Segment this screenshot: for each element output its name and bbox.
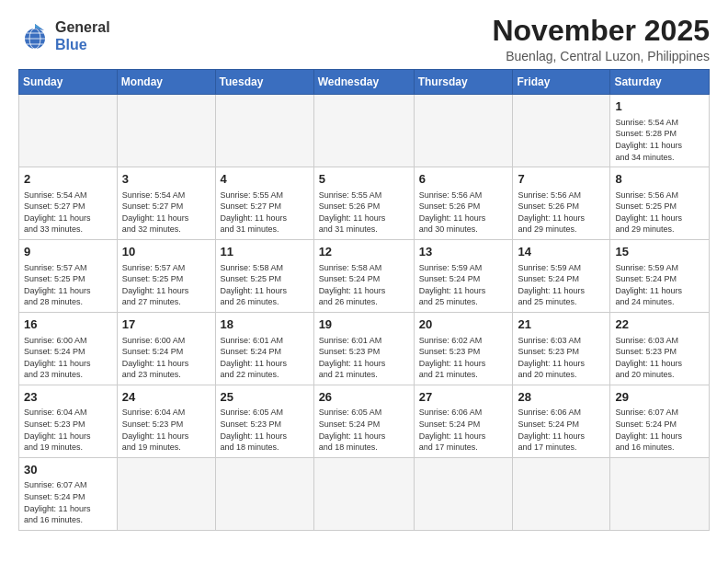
day-info: Sunrise: 5:56 AM Sunset: 5:26 PM Dayligh… (518, 190, 605, 236)
calendar-cell (215, 95, 313, 167)
day-number: 8 (615, 171, 704, 188)
weekday-header-thursday: Thursday (414, 70, 513, 95)
day-info: Sunrise: 5:58 AM Sunset: 5:25 PM Dayligh… (221, 262, 309, 308)
calendar-cell (414, 95, 513, 167)
day-number: 30 (24, 462, 112, 478)
day-info: Sunrise: 5:56 AM Sunset: 5:26 PM Dayligh… (419, 190, 508, 236)
calendar-cell: 18Sunrise: 6:01 AM Sunset: 5:24 PM Dayli… (215, 312, 313, 385)
day-number: 21 (518, 316, 605, 333)
calendar-cell: 3Sunrise: 5:54 AM Sunset: 5:27 PM Daylig… (117, 167, 215, 240)
day-number: 13 (419, 244, 508, 260)
month-title: November 2025 (492, 15, 710, 47)
day-number: 15 (615, 244, 704, 260)
calendar-week-row: 23Sunrise: 6:04 AM Sunset: 5:23 PM Dayli… (19, 385, 710, 457)
day-number: 28 (518, 389, 605, 406)
day-number: 24 (122, 389, 210, 406)
calendar-cell: 6Sunrise: 5:56 AM Sunset: 5:26 PM Daylig… (414, 167, 513, 240)
day-number: 18 (221, 316, 309, 333)
day-info: Sunrise: 6:01 AM Sunset: 5:24 PM Dayligh… (221, 335, 309, 381)
day-info: Sunrise: 6:01 AM Sunset: 5:23 PM Dayligh… (319, 335, 409, 381)
weekday-header-row: SundayMondayTuesdayWednesdayThursdayFrid… (19, 70, 710, 95)
day-number: 20 (419, 316, 508, 333)
day-number: 17 (122, 316, 210, 333)
day-info: Sunrise: 5:55 AM Sunset: 5:27 PM Dayligh… (221, 190, 309, 236)
day-number: 4 (221, 171, 309, 188)
day-number: 7 (518, 171, 605, 188)
day-number: 11 (221, 244, 309, 260)
generalblue-logo-icon (18, 22, 51, 50)
page: General Blue November 2025 Buenlag, Cent… (0, 0, 728, 540)
day-info: Sunrise: 5:57 AM Sunset: 5:25 PM Dayligh… (122, 262, 210, 308)
day-info: Sunrise: 6:05 AM Sunset: 5:24 PM Dayligh… (319, 407, 409, 453)
day-info: Sunrise: 6:06 AM Sunset: 5:24 PM Dayligh… (518, 407, 605, 453)
day-number: 6 (419, 171, 508, 188)
calendar-cell: 2Sunrise: 5:54 AM Sunset: 5:27 PM Daylig… (19, 167, 118, 240)
day-info: Sunrise: 6:05 AM Sunset: 5:23 PM Dayligh… (221, 407, 309, 453)
day-number: 5 (319, 171, 409, 188)
calendar-cell: 16Sunrise: 6:00 AM Sunset: 5:24 PM Dayli… (19, 312, 118, 385)
calendar-cell (610, 457, 710, 530)
day-number: 3 (122, 171, 210, 188)
calendar-cell: 23Sunrise: 6:04 AM Sunset: 5:23 PM Dayli… (19, 385, 118, 457)
day-number: 27 (419, 389, 508, 406)
calendar-cell: 22Sunrise: 6:03 AM Sunset: 5:23 PM Dayli… (610, 312, 710, 385)
day-info: Sunrise: 6:03 AM Sunset: 5:23 PM Dayligh… (615, 335, 704, 381)
day-info: Sunrise: 6:02 AM Sunset: 5:23 PM Dayligh… (419, 335, 508, 381)
day-number: 29 (615, 389, 704, 406)
calendar-cell: 26Sunrise: 6:05 AM Sunset: 5:24 PM Dayli… (313, 385, 414, 457)
day-number: 25 (221, 389, 309, 406)
day-info: Sunrise: 5:58 AM Sunset: 5:24 PM Dayligh… (319, 262, 409, 308)
day-number: 10 (122, 244, 210, 260)
calendar-week-row: 16Sunrise: 6:00 AM Sunset: 5:24 PM Dayli… (19, 312, 710, 385)
day-info: Sunrise: 5:56 AM Sunset: 5:25 PM Dayligh… (615, 190, 704, 236)
calendar-week-row: 1Sunrise: 5:54 AM Sunset: 5:28 PM Daylig… (19, 95, 710, 167)
day-info: Sunrise: 5:54 AM Sunset: 5:27 PM Dayligh… (24, 190, 112, 236)
calendar-cell: 25Sunrise: 6:05 AM Sunset: 5:23 PM Dayli… (215, 385, 313, 457)
logo: General Blue (18, 18, 110, 53)
location-subtitle: Buenlag, Central Luzon, Philippines (492, 49, 710, 63)
day-info: Sunrise: 5:59 AM Sunset: 5:24 PM Dayligh… (615, 262, 704, 308)
weekday-header-monday: Monday (117, 70, 215, 95)
day-info: Sunrise: 5:57 AM Sunset: 5:25 PM Dayligh… (24, 262, 112, 308)
calendar-table: SundayMondayTuesdayWednesdayThursdayFrid… (18, 69, 710, 531)
calendar-cell: 19Sunrise: 6:01 AM Sunset: 5:23 PM Dayli… (313, 312, 414, 385)
weekday-header-wednesday: Wednesday (313, 70, 414, 95)
day-number: 12 (319, 244, 409, 260)
calendar-cell: 12Sunrise: 5:58 AM Sunset: 5:24 PM Dayli… (313, 240, 414, 313)
weekday-header-friday: Friday (513, 70, 610, 95)
calendar-cell (313, 457, 414, 530)
calendar-cell: 24Sunrise: 6:04 AM Sunset: 5:23 PM Dayli… (117, 385, 215, 457)
calendar-cell: 20Sunrise: 6:02 AM Sunset: 5:23 PM Dayli… (414, 312, 513, 385)
day-info: Sunrise: 5:59 AM Sunset: 5:24 PM Dayligh… (518, 262, 605, 308)
calendar-cell: 28Sunrise: 6:06 AM Sunset: 5:24 PM Dayli… (513, 385, 610, 457)
day-info: Sunrise: 5:59 AM Sunset: 5:24 PM Dayligh… (419, 262, 508, 308)
calendar-cell: 7Sunrise: 5:56 AM Sunset: 5:26 PM Daylig… (513, 167, 610, 240)
day-info: Sunrise: 6:00 AM Sunset: 5:24 PM Dayligh… (24, 335, 112, 381)
day-number: 1 (615, 98, 704, 115)
day-info: Sunrise: 6:04 AM Sunset: 5:23 PM Dayligh… (24, 407, 112, 453)
calendar-cell (117, 457, 215, 530)
day-number: 22 (615, 316, 704, 333)
day-info: Sunrise: 6:00 AM Sunset: 5:24 PM Dayligh… (122, 335, 210, 381)
calendar-cell: 29Sunrise: 6:07 AM Sunset: 5:24 PM Dayli… (610, 385, 710, 457)
weekday-header-sunday: Sunday (19, 70, 118, 95)
day-info: Sunrise: 6:03 AM Sunset: 5:23 PM Dayligh… (518, 335, 605, 381)
day-info: Sunrise: 5:55 AM Sunset: 5:26 PM Dayligh… (319, 190, 409, 236)
day-number: 26 (319, 389, 409, 406)
calendar-cell: 4Sunrise: 5:55 AM Sunset: 5:27 PM Daylig… (215, 167, 313, 240)
day-info: Sunrise: 6:07 AM Sunset: 5:24 PM Dayligh… (24, 479, 112, 525)
day-info: Sunrise: 6:07 AM Sunset: 5:24 PM Dayligh… (615, 407, 704, 453)
calendar-cell (513, 95, 610, 167)
day-number: 14 (518, 244, 605, 260)
title-section: November 2025 Buenlag, Central Luzon, Ph… (492, 15, 710, 63)
calendar-cell: 8Sunrise: 5:56 AM Sunset: 5:25 PM Daylig… (610, 167, 710, 240)
calendar-week-row: 9Sunrise: 5:57 AM Sunset: 5:25 PM Daylig… (19, 240, 710, 313)
day-number: 16 (24, 316, 112, 333)
day-number: 2 (24, 171, 112, 188)
calendar-cell: 10Sunrise: 5:57 AM Sunset: 5:25 PM Dayli… (117, 240, 215, 313)
calendar-cell (19, 95, 118, 167)
day-info: Sunrise: 5:54 AM Sunset: 5:27 PM Dayligh… (122, 190, 210, 236)
calendar-cell: 17Sunrise: 6:00 AM Sunset: 5:24 PM Dayli… (117, 312, 215, 385)
calendar-cell (215, 457, 313, 530)
calendar-cell: 27Sunrise: 6:06 AM Sunset: 5:24 PM Dayli… (414, 385, 513, 457)
